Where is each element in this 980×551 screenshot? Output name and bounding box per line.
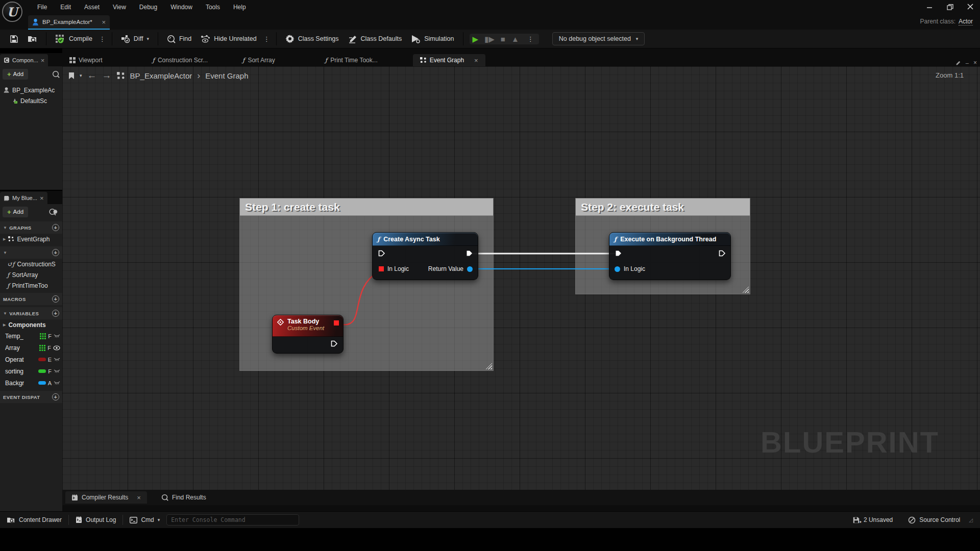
add-graph-icon[interactable]: + — [52, 224, 59, 231]
delegate-pin-in-logic[interactable] — [379, 266, 384, 271]
tab-close-icon[interactable]: × — [137, 494, 141, 501]
output-log-button[interactable]: Output Log — [69, 512, 122, 528]
edit-layout-icon[interactable] — [955, 60, 961, 66]
class-defaults-button[interactable]: Class Defaults — [344, 32, 407, 46]
forward-arrow-icon[interactable]: → — [102, 70, 112, 81]
frame-skip-icon[interactable]: ▮▶ — [484, 35, 495, 43]
search-components-icon[interactable] — [52, 70, 60, 78]
menu-view[interactable]: View — [107, 1, 132, 13]
content-drawer-button[interactable]: Content Drawer — [0, 512, 68, 528]
diff-button[interactable]: Diff ▾ — [116, 32, 154, 46]
console-command-input[interactable] — [166, 514, 299, 525]
add-blueprint-item-button[interactable]: + Add — [3, 207, 28, 217]
exec-in-pin[interactable] — [378, 249, 385, 257]
variable-row-backgr[interactable]: Backgr A — [0, 377, 62, 389]
tree-item-root-actor[interactable]: BP_ExampleAc — [0, 85, 62, 95]
class-settings-button[interactable]: Class Settings — [281, 31, 344, 46]
add-component-button[interactable]: + Add — [3, 69, 28, 80]
bookmark-icon[interactable] — [68, 72, 75, 80]
my-blueprint-tab[interactable]: My Blue... × — [0, 192, 47, 204]
exec-in-pin[interactable] — [615, 249, 622, 257]
components-panel-tab[interactable]: Compon... × — [0, 54, 48, 66]
asset-tab-bp-exampleactor[interactable]: BP_ExampleActor* × — [28, 15, 110, 30]
exec-out-pin[interactable] — [718, 249, 726, 257]
play-icon[interactable]: ▶ — [473, 35, 479, 43]
source-control-button[interactable]: Source Control — [901, 516, 967, 524]
tab-event-graph[interactable]: Event Graph × — [413, 54, 485, 66]
eject-icon[interactable]: ▲ — [511, 35, 519, 43]
comment-step2-title[interactable]: Step 2: execute task — [576, 198, 750, 216]
hide-unrelated-button[interactable]: Hide Unrelated — [196, 32, 261, 46]
cmd-selector[interactable]: Cmd ▾ — [123, 512, 166, 528]
exec-out-pin[interactable] — [465, 249, 473, 257]
play-options-icon[interactable]: ⋮ — [525, 35, 536, 43]
debug-object-select[interactable]: No debug object selected ▾ — [552, 32, 645, 45]
breadcrumb-root[interactable]: BP_ExampleActor — [130, 71, 192, 80]
minimize-icon[interactable] — [923, 1, 936, 12]
menu-help[interactable]: Help — [228, 1, 252, 13]
chevron-down-icon[interactable]: ▾ — [80, 73, 82, 78]
graphs-section-header[interactable]: ▼ GRAPHS + — [0, 221, 62, 234]
eye-closed-icon[interactable] — [54, 334, 60, 338]
exec-out-pin[interactable] — [330, 340, 338, 347]
stop-icon[interactable]: ■ — [501, 35, 505, 43]
eye-closed-icon[interactable] — [54, 357, 60, 362]
tab-close-icon[interactable]: × — [474, 57, 478, 64]
compile-button[interactable]: Compile — [51, 31, 97, 46]
add-macro-icon[interactable]: + — [52, 295, 59, 303]
eye-closed-icon[interactable] — [54, 369, 60, 373]
menu-edit[interactable]: Edit — [55, 1, 77, 13]
object-pin-return-value[interactable] — [467, 266, 473, 272]
add-event-dispatcher-icon[interactable]: + — [52, 393, 59, 400]
tree-item-default-scene-root[interactable]: C DefaultSc — [0, 95, 62, 106]
variable-row-temp[interactable]: Temp_ F — [0, 330, 62, 342]
comment-step1-title[interactable]: Step 1: create task — [240, 198, 493, 216]
tab-compiler-results[interactable]: Compiler Results × — [65, 491, 147, 504]
function-item-sortarray[interactable]: ƒ SortArray — [0, 269, 62, 280]
hide-unrelated-options-icon[interactable]: ⋮ — [261, 35, 272, 43]
menu-file[interactable]: File — [32, 1, 53, 13]
functions-section-header[interactable]: ▼ + — [0, 246, 62, 259]
variables-section-header[interactable]: ▼ VARIABLES + — [0, 307, 62, 319]
compile-options-icon[interactable]: ⋮ — [97, 35, 108, 43]
breadcrumb-current[interactable]: Event Graph — [205, 71, 248, 80]
node-create-async-task[interactable]: ƒ Create Async Task In Logic Return Valu… — [372, 232, 478, 280]
variable-row-operat[interactable]: Operat E — [0, 354, 62, 365]
variable-row-sorting[interactable]: sorting F — [0, 365, 62, 377]
tab-print-time-took[interactable]: ƒ Print Time Took... — [318, 54, 385, 66]
variable-row-array[interactable]: Array F — [0, 342, 62, 354]
event-graph-canvas[interactable]: ▾ ← → BP_ExampleActor › Event Graph Zoom… — [62, 66, 980, 490]
tab-find-results[interactable]: Find Results — [155, 491, 212, 504]
resize-grip-icon[interactable]: ◿ — [969, 517, 973, 523]
find-button[interactable]: Find — [162, 32, 196, 46]
asset-tab-close-icon[interactable]: × — [102, 19, 106, 26]
node-execute-on-background-thread[interactable]: ƒ Execute on Background Thread In Logic — [609, 232, 731, 280]
comment-resize-handle[interactable] — [743, 287, 749, 293]
function-item-printtimetook[interactable]: ƒ PrintTimeToo — [0, 280, 62, 291]
function-item-construction[interactable]: ↺ƒ ConstructionS — [0, 259, 62, 269]
menu-debug[interactable]: Debug — [134, 1, 163, 13]
eye-closed-icon[interactable] — [54, 381, 60, 385]
menu-asset[interactable]: Asset — [79, 1, 105, 13]
components-tab-close-icon[interactable]: × — [41, 57, 45, 64]
my-blueprint-tab-close-icon[interactable]: × — [40, 195, 44, 202]
menu-tools[interactable]: Tools — [200, 1, 226, 13]
add-function-icon[interactable]: + — [52, 249, 59, 256]
tab-viewport[interactable]: Viewport — [62, 54, 109, 66]
tab-sort-array[interactable]: ƒ Sort Array — [235, 54, 282, 66]
add-variable-icon[interactable]: + — [52, 310, 59, 317]
back-arrow-icon[interactable]: ← — [87, 70, 97, 81]
browse-asset-button[interactable] — [23, 32, 42, 46]
event-dispatchers-section-header[interactable]: EVENT DISPAT + — [0, 391, 62, 403]
object-pin-in-logic[interactable] — [615, 266, 620, 272]
menu-window[interactable]: Window — [165, 1, 198, 13]
comment-resize-handle[interactable] — [486, 363, 492, 369]
parent-class-value[interactable]: Actor — [959, 18, 973, 26]
components-category[interactable]: ▶ Components — [0, 319, 62, 330]
delegate-pin-out[interactable] — [334, 320, 339, 325]
macros-section-header[interactable]: MACROS + — [0, 293, 62, 305]
restore-icon[interactable] — [943, 1, 957, 12]
eye-open-icon[interactable] — [53, 345, 60, 350]
simulation-button[interactable]: Simulation — [406, 32, 458, 46]
search-settings-icon[interactable] — [48, 208, 60, 216]
